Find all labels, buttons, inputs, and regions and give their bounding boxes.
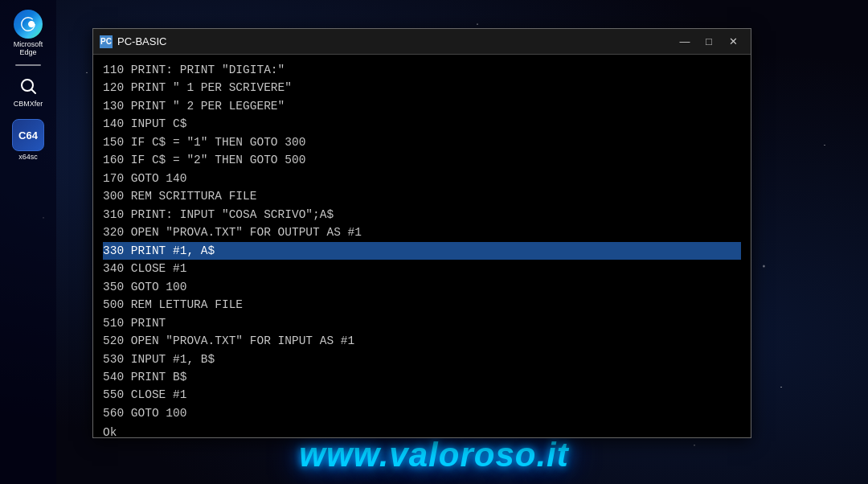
code-line: 330 PRINT #1, A$ bbox=[103, 242, 741, 260]
code-line: 170 GOTO 140 bbox=[103, 170, 741, 187]
code-line: 310 PRINT: INPUT "COSA SCRIVO";A$ bbox=[103, 206, 741, 224]
taskbar-sidebar: MicrosoftEdge CBMXfer C64 x64sc bbox=[0, 0, 56, 484]
code-line: 530 INPUT #1, B$ bbox=[103, 351, 741, 368]
code-line: 550 CLOSE #1 bbox=[103, 386, 741, 404]
edge-label: MicrosoftEdge bbox=[14, 40, 43, 56]
code-line: 160 IF C$ = "2" THEN GOTO 500 bbox=[103, 151, 741, 169]
code-line: 110 PRINT: PRINT "DIGITA:" bbox=[103, 61, 741, 79]
code-line: 520 OPEN "PROVA.TXT" FOR INPUT AS #1 bbox=[103, 332, 741, 350]
code-line: 540 PRINT B$ bbox=[103, 368, 741, 386]
code-line: 340 CLOSE #1 bbox=[103, 260, 741, 277]
x64sc-label: x64sc bbox=[18, 153, 38, 161]
minimize-button[interactable]: — bbox=[674, 33, 696, 51]
sidebar-item-x64sc[interactable]: C64 x64sc bbox=[9, 116, 47, 164]
code-editor: 110 PRINT: PRINT "DIGITA:"120 PRINT " 1 … bbox=[93, 55, 751, 437]
window-controls: — □ ✕ bbox=[674, 33, 744, 51]
maximize-button[interactable]: □ bbox=[698, 33, 720, 51]
svg-line-1 bbox=[31, 90, 35, 94]
code-line: 500 REM LETTURA FILE bbox=[103, 296, 741, 314]
close-button[interactable]: ✕ bbox=[722, 33, 744, 51]
sidebar-separator bbox=[15, 64, 41, 66]
code-line: 150 IF C$ = "1" THEN GOTO 300 bbox=[103, 133, 741, 151]
ok-line: Ok bbox=[103, 424, 741, 437]
c64-icon: C64 bbox=[12, 119, 44, 151]
sidebar-item-cbmxfer[interactable]: CBMXfer bbox=[10, 71, 47, 111]
watermark: www.valoroso.it bbox=[0, 436, 868, 474]
code-line: 120 PRINT " 1 PER SCRIVERE" bbox=[103, 79, 741, 96]
code-line: 140 INPUT C$ bbox=[103, 115, 741, 133]
window-title: PC-BASIC bbox=[117, 35, 674, 47]
code-line: 560 GOTO 100 bbox=[103, 404, 741, 422]
edge-icon bbox=[14, 10, 43, 39]
code-line: 320 OPEN "PROVA.TXT" FOR OUTPUT AS #1 bbox=[103, 224, 741, 241]
window-app-icon: PC bbox=[100, 35, 113, 48]
sidebar-item-microsoft-edge[interactable]: MicrosoftEdge bbox=[10, 6, 47, 59]
search-icon bbox=[16, 74, 40, 98]
cbmxfer-label: CBMXfer bbox=[14, 100, 43, 108]
code-line: 130 PRINT " 2 PER LEGGERE" bbox=[103, 97, 741, 115]
code-line: 300 REM SCRITTURA FILE bbox=[103, 187, 741, 205]
code-line: 510 PRINT bbox=[103, 314, 741, 332]
window-titlebar: PC PC-BASIC — □ ✕ bbox=[93, 29, 751, 55]
code-line: 350 GOTO 100 bbox=[103, 278, 741, 296]
pc-basic-window: PC PC-BASIC — □ ✕ 110 PRINT: PRINT "DIGI… bbox=[92, 28, 751, 438]
